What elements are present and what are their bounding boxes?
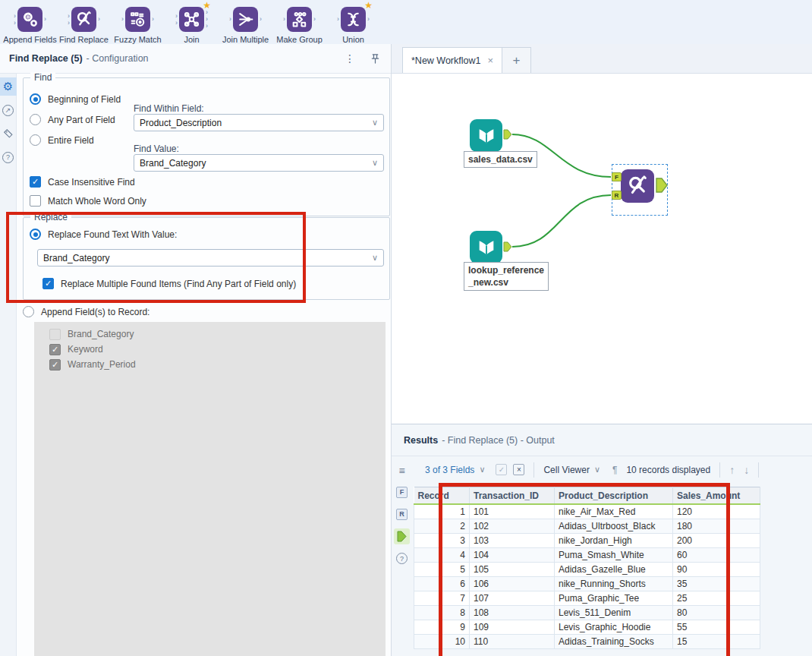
- table-cell[interactable]: 107: [470, 591, 555, 606]
- list-icon[interactable]: ≡: [394, 462, 410, 478]
- connection-lookup-to-find[interactable]: [512, 195, 611, 247]
- help-icon[interactable]: ?: [0, 148, 17, 166]
- table-cell[interactable]: 8: [414, 606, 470, 620]
- table-cell[interactable]: 108: [470, 606, 555, 620]
- replace-found-text-radio[interactable]: Replace Found Text With Value:: [30, 229, 177, 240]
- checkbox: [30, 176, 41, 188]
- replace-multiple-checkbox[interactable]: Replace Multiple Found Items (Find Any P…: [42, 278, 296, 289]
- input-data-icon[interactable]: [470, 231, 502, 263]
- deselect-fields-icon[interactable]: ×: [513, 464, 524, 475]
- tool-item[interactable]: ›› › Append Fields: [3, 5, 57, 44]
- table-cell[interactable]: 9: [414, 620, 470, 635]
- table-cell[interactable]: 105: [470, 563, 555, 577]
- table-cell[interactable]: 90: [673, 563, 760, 577]
- tag-icon[interactable]: [0, 125, 17, 143]
- tool-item[interactable]: ›› ››› ★ Join: [165, 5, 219, 44]
- table-cell[interactable]: 103: [470, 534, 555, 548]
- table-cell[interactable]: 6: [414, 577, 470, 591]
- find-within-field-select[interactable]: Product_Description ∨: [134, 114, 384, 131]
- table-cell[interactable]: Levis_511_Denim: [555, 606, 673, 620]
- find-value-select[interactable]: Brand_Category ∨: [134, 154, 384, 172]
- output-anchor-icon[interactable]: [394, 528, 410, 544]
- node-label-sales[interactable]: sales_data.csv: [464, 151, 537, 168]
- checkbox-option[interactable]: Case Insensitive Find: [30, 176, 146, 188]
- radio-option[interactable]: Any Part of Field: [30, 114, 121, 125]
- find-replace-node-icon[interactable]: [621, 169, 654, 203]
- table-cell[interactable]: 7: [414, 591, 470, 606]
- fields-dropdown[interactable]: 3 of 3 Fields: [425, 465, 474, 475]
- table-row: 10110Adidas_Training_Socks15: [414, 635, 760, 649]
- node-label-lookup[interactable]: lookup_reference _new.csv: [464, 262, 549, 291]
- table-cell[interactable]: 5: [414, 563, 470, 577]
- table-cell[interactable]: 25: [673, 591, 760, 606]
- pin-icon[interactable]: [370, 53, 380, 65]
- column-header[interactable]: Sales_Amount: [673, 487, 760, 505]
- table-cell[interactable]: Adidas_Gazelle_Blue: [555, 563, 673, 577]
- table-cell[interactable]: Puma_Graphic_Tee: [555, 591, 673, 606]
- pilcrow-icon[interactable]: ¶: [612, 465, 617, 475]
- append-fields-icon: [17, 7, 42, 32]
- table-cell[interactable]: Levis_Graphic_Hoodie: [555, 620, 673, 635]
- table-cell[interactable]: 15: [673, 635, 760, 649]
- checkbox-option[interactable]: Brand_Category: [49, 326, 386, 342]
- table-cell[interactable]: Adidas_Ultrboost_Black: [555, 519, 673, 534]
- table-cell[interactable]: 110: [470, 635, 555, 649]
- table-cell[interactable]: 120: [673, 504, 760, 519]
- workflow-tab[interactable]: *New Workflow1 ×: [402, 47, 502, 73]
- table-cell[interactable]: 109: [470, 620, 555, 635]
- tool-item[interactable]: › › Fuzzy Match: [111, 5, 165, 44]
- table-cell[interactable]: 106: [470, 577, 555, 591]
- radio-option[interactable]: Entire Field: [30, 134, 121, 146]
- up-arrow-icon[interactable]: ↑: [729, 464, 735, 476]
- table-cell[interactable]: 35: [673, 577, 760, 591]
- table-cell[interactable]: 102: [470, 519, 555, 534]
- more-options-icon[interactable]: ⋮: [345, 52, 355, 65]
- help-icon[interactable]: ?: [394, 550, 410, 566]
- table-cell[interactable]: 101: [470, 504, 555, 519]
- table-cell[interactable]: nike_Jordan_High: [555, 534, 673, 548]
- table-header-row: RecordTransaction_IDProduct_DescriptionS…: [414, 487, 760, 505]
- append-fields-list: Brand_CategoryKeywordWarranty_Period: [34, 322, 386, 656]
- new-tab-button[interactable]: +: [502, 47, 531, 73]
- append-fields-radio[interactable]: Append Field(s) to Record:: [23, 306, 149, 317]
- table-cell[interactable]: 1: [414, 504, 470, 519]
- input-r-anchor-icon[interactable]: R: [394, 506, 410, 522]
- tool-item[interactable]: ›› › Find Replace: [57, 5, 111, 44]
- table-cell[interactable]: nike_Air_Max_Red: [555, 504, 673, 519]
- radio-option[interactable]: Beginning of Field: [30, 93, 121, 105]
- checkbox-option[interactable]: Keyword: [49, 342, 386, 357]
- table-cell[interactable]: 60: [673, 548, 760, 563]
- column-header[interactable]: Transaction_ID: [470, 487, 555, 505]
- table-cell[interactable]: 4: [414, 548, 470, 563]
- table-cell[interactable]: Adidas_Training_Socks: [555, 635, 673, 649]
- input-f-anchor-icon[interactable]: F: [394, 484, 410, 500]
- workflow-canvas[interactable]: sales_data.csv F R lookup_reference _new…: [392, 74, 812, 424]
- tool-item[interactable]: › › Make Group: [272, 5, 326, 44]
- select-fields-icon[interactable]: ✓: [496, 464, 507, 475]
- find-replace-icon: [71, 7, 96, 32]
- table-cell[interactable]: 3: [414, 534, 470, 548]
- input-data-icon[interactable]: [470, 119, 502, 152]
- replace-value-select[interactable]: Brand_Category ∨: [37, 249, 384, 266]
- table-cell[interactable]: 180: [673, 519, 760, 534]
- table-cell[interactable]: 104: [470, 548, 555, 563]
- table-cell[interactable]: nike_Running_Shorts: [555, 577, 673, 591]
- close-icon[interactable]: ×: [487, 55, 493, 66]
- tool-item[interactable]: › › ★ Union: [326, 5, 380, 44]
- table-cell[interactable]: 80: [673, 606, 760, 620]
- table-cell[interactable]: Puma_Smash_White: [555, 548, 673, 563]
- tool-item[interactable]: › › Join Multiple: [219, 5, 272, 44]
- down-arrow-icon[interactable]: ↓: [744, 464, 749, 476]
- checkbox-option[interactable]: Match Whole Word Only: [30, 195, 146, 207]
- cell-viewer-dropdown[interactable]: Cell Viewer: [543, 465, 589, 475]
- open-example-icon[interactable]: ↗: [0, 101, 17, 119]
- column-header[interactable]: Product_Description: [555, 487, 673, 505]
- checkbox-option[interactable]: Warranty_Period: [49, 357, 386, 372]
- table-cell[interactable]: 200: [673, 534, 760, 548]
- table-cell[interactable]: 55: [673, 620, 760, 635]
- table-cell[interactable]: 10: [414, 635, 470, 649]
- column-header[interactable]: Record: [414, 487, 470, 505]
- gear-icon[interactable]: ⚙: [0, 77, 17, 96]
- table-cell[interactable]: 2: [414, 519, 470, 534]
- find-mode-radios: Beginning of FieldAny Part of FieldEntir…: [30, 93, 121, 146]
